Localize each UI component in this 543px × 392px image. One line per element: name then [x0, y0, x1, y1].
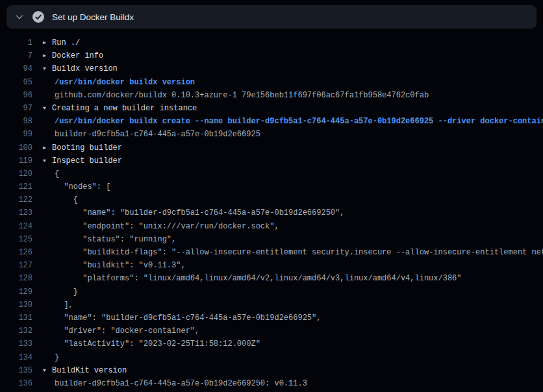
line-number[interactable]: 135	[0, 364, 32, 377]
command-text: /usr/bin/docker buildx create --name bui…	[43, 115, 543, 128]
group-title: Buildx version	[52, 64, 118, 73]
triangle-down-icon[interactable]: ▼	[43, 364, 52, 377]
log-line: 129 }	[0, 286, 543, 299]
log-line[interactable]: 100▶Booting builder	[0, 141, 543, 154]
line-number[interactable]: 124	[0, 220, 32, 233]
line-number[interactable]: 1	[0, 36, 32, 49]
output-text: "name": "builder-d9cfb5a1-c764-445a-a57e…	[43, 206, 344, 219]
log-line: 122 {	[0, 193, 543, 206]
log-lines: 1▶Run ./7▶Docker info94▼Buildx version95…	[0, 29, 543, 390]
line-number[interactable]: 128	[0, 272, 32, 285]
log-line[interactable]: 119▼Inspect builder	[0, 154, 543, 167]
check-circle-icon	[32, 11, 44, 23]
output-text: github.com/docker/buildx 0.10.3+azure-1 …	[43, 89, 429, 102]
output-text: {	[43, 193, 78, 206]
line-number[interactable]: 136	[0, 377, 32, 390]
log-line: 123 "name": "builder-d9cfb5a1-c764-445a-…	[0, 206, 543, 219]
line-number[interactable]: 125	[0, 233, 32, 246]
output-text: "buildkitd-flags": "--allow-insecure-ent…	[43, 246, 543, 259]
group-title: Docker info	[52, 51, 103, 60]
step-header[interactable]: Set up Docker Buildx	[6, 5, 537, 29]
log-line[interactable]: 7▶Docker info	[0, 49, 543, 62]
output-text: "endpoint": "unix:///var/run/docker.sock…	[43, 220, 279, 233]
line-number[interactable]: 120	[0, 167, 32, 180]
triangle-right-icon[interactable]: ▶	[43, 141, 52, 154]
log-line: 125 "status": "running",	[0, 233, 543, 246]
line-number[interactable]: 133	[0, 337, 32, 350]
step-title: Set up Docker Buildx	[52, 12, 134, 22]
log-line: 134}	[0, 351, 543, 364]
log-line: 121 "nodes": [	[0, 180, 543, 193]
line-number[interactable]: 94	[0, 62, 32, 75]
output-text: "platforms": "linux/amd64,linux/amd64/v2…	[43, 272, 462, 285]
line-number[interactable]: 132	[0, 325, 32, 337]
log-line: 136builder-d9cfb5a1-c764-445a-a57e-0b19d…	[0, 377, 543, 390]
line-number[interactable]: 126	[0, 246, 32, 259]
output-text: builder-d9cfb5a1-c764-445a-a57e-0b19d2e6…	[43, 377, 307, 390]
log-line[interactable]: 135▼BuildKit version	[0, 364, 543, 377]
log-line[interactable]: 97▼Creating a new builder instance	[0, 102, 543, 115]
log-line: 98/usr/bin/docker buildx create --name b…	[0, 115, 543, 128]
output-text: }	[43, 286, 78, 299]
log-line: 130 ],	[0, 299, 543, 312]
line-number[interactable]: 121	[0, 180, 32, 193]
output-text: }	[43, 351, 59, 364]
line-number[interactable]: 7	[0, 49, 32, 62]
command-text: /usr/bin/docker buildx version	[43, 76, 195, 89]
log-line[interactable]: 94▼Buildx version	[0, 62, 543, 75]
log-line: 99builder-d9cfb5a1-c764-445a-a57e-0b19d2…	[0, 128, 543, 141]
log-line: 95/usr/bin/docker buildx version	[0, 76, 543, 89]
output-text: builder-d9cfb5a1-c764-445a-a57e-0b19d2e6…	[43, 128, 260, 141]
line-number[interactable]: 95	[0, 76, 32, 89]
triangle-down-icon[interactable]: ▼	[43, 154, 52, 167]
group-title: Booting builder	[52, 143, 122, 153]
log-line[interactable]: 1▶Run ./	[0, 36, 543, 49]
line-number[interactable]: 97	[0, 102, 32, 115]
triangle-down-icon[interactable]: ▼	[43, 62, 52, 75]
log-line: 126 "buildkitd-flags": "--allow-insecure…	[0, 246, 543, 259]
group-title: BuildKit version	[52, 366, 127, 375]
line-number[interactable]: 122	[0, 193, 32, 206]
output-text: {	[43, 167, 59, 180]
line-number[interactable]: 99	[0, 128, 32, 141]
triangle-down-icon[interactable]: ▼	[43, 102, 52, 115]
line-number[interactable]: 134	[0, 351, 32, 364]
chevron-down-icon[interactable]	[14, 12, 25, 22]
log-line: 124 "endpoint": "unix:///var/run/docker.…	[0, 220, 543, 233]
triangle-right-icon[interactable]: ▶	[43, 49, 52, 62]
log-line: 133 "lastActivity": "2023-02-25T11:58:12…	[0, 337, 543, 350]
output-text: ],	[43, 299, 73, 312]
line-number[interactable]: 100	[0, 141, 32, 154]
output-text: "buildkit": "v0.11.3",	[43, 259, 186, 272]
line-number[interactable]: 123	[0, 206, 32, 219]
group-title: Inspect builder	[52, 156, 122, 165]
line-number[interactable]: 130	[0, 299, 32, 312]
line-number[interactable]: 131	[0, 312, 32, 325]
group-title: Creating a new builder instance	[52, 104, 197, 113]
line-number[interactable]: 129	[0, 286, 32, 299]
triangle-right-icon[interactable]: ▶	[43, 36, 52, 49]
line-number[interactable]: 127	[0, 259, 32, 272]
output-text: "nodes": [	[43, 180, 110, 193]
log-line: 128 "platforms": "linux/amd64,linux/amd6…	[0, 272, 543, 285]
log-line: 120{	[0, 167, 543, 180]
group-title: Run ./	[52, 38, 80, 47]
log-line: 127 "buildkit": "v0.11.3",	[0, 259, 543, 272]
output-text: "status": "running",	[43, 233, 176, 246]
line-number[interactable]: 96	[0, 89, 32, 102]
output-text: "driver": "docker-container",	[43, 325, 199, 337]
log-line: 132 "driver": "docker-container",	[0, 325, 543, 337]
line-number[interactable]: 119	[0, 154, 32, 167]
log-line: 96github.com/docker/buildx 0.10.3+azure-…	[0, 89, 543, 102]
output-text: "name": "builder-d9cfb5a1-c764-445a-a57e…	[43, 312, 321, 325]
output-text: "lastActivity": "2023-02-25T11:58:12.000…	[43, 337, 260, 350]
log-line: 131 "name": "builder-d9cfb5a1-c764-445a-…	[0, 312, 543, 325]
line-number[interactable]: 98	[0, 115, 32, 128]
